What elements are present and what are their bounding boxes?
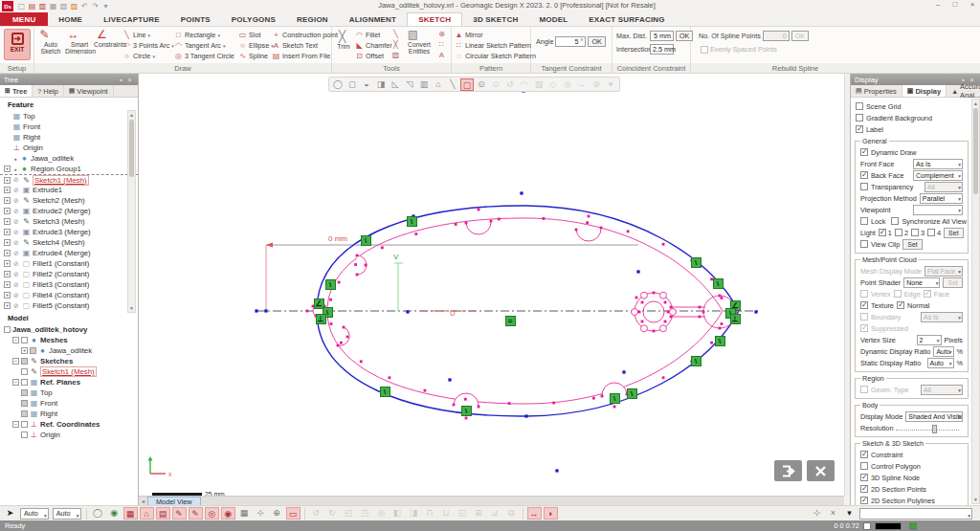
visibility-checkbox[interactable] [4, 326, 11, 333]
fillet-button[interactable]: ◠Fillet [355, 30, 392, 40]
spline-point[interactable] [552, 402, 555, 405]
max-dist-input[interactable]: 5 mm [650, 31, 674, 41]
import-icon[interactable]: ▧ [58, 1, 69, 11]
spline-point[interactable] [592, 397, 595, 400]
visibility-checkbox[interactable] [21, 431, 28, 438]
collapse-icon[interactable]: − [12, 337, 19, 343]
color-swatch-white[interactable] [863, 522, 871, 530]
home-view-icon[interactable]: ⌂ [140, 507, 154, 520]
light-4-checkbox[interactable] [927, 229, 935, 236]
spline-point[interactable] [662, 376, 665, 379]
spline-point[interactable] [478, 406, 480, 409]
tree-item-jawa-odlitek[interactable]: +●Jawa_odlitek [0, 345, 138, 356]
vertex-size-select[interactable]: 2 [917, 335, 942, 345]
hidden-eye-icon[interactable]: ⊘ [12, 302, 20, 310]
expand-icon[interactable]: + [4, 187, 11, 193]
expand-icon[interactable]: + [21, 347, 28, 354]
arc-overlay-icon[interactable]: ◠ [518, 78, 531, 91]
spline-point[interactable] [601, 395, 604, 398]
menu-tab-3d-sketch[interactable]: 3D SKETCH [462, 12, 528, 26]
viewpoint-select[interactable] [913, 205, 963, 215]
light-1-checkbox[interactable] [879, 229, 886, 236]
sketch-point[interactable] [406, 310, 409, 313]
lock-checkbox[interactable] [860, 217, 868, 225]
point-shader-select[interactable]: None [903, 277, 940, 288]
transparency-select[interactable]: All [924, 182, 963, 192]
spline-point[interactable] [464, 398, 467, 401]
bounding-box-icon[interactable]: ◨ [374, 78, 388, 91]
spline-point[interactable] [667, 311, 670, 314]
note-options-icon[interactable]: ▾ [842, 507, 857, 520]
spline-point[interactable] [627, 230, 630, 232]
menu-tab-polygons[interactable]: POLYGONS [221, 12, 286, 26]
expand-icon[interactable]: + [4, 250, 11, 256]
tree-item-origin[interactable]: ⊥Origin [0, 143, 138, 153]
profile-notch[interactable] [466, 221, 491, 234]
view-iso-icon[interactable]: ◱ [456, 507, 470, 520]
circular-sketch-pattern-button[interactable]: ◌Circular Sketch Pattern [455, 51, 536, 61]
spline-point[interactable] [543, 217, 546, 220]
expand-icon[interactable]: + [4, 218, 11, 225]
boundary-select[interactable]: As Is [921, 312, 963, 322]
hidden-eye-icon[interactable]: ⊘ [12, 208, 20, 215]
spline-point[interactable] [424, 389, 427, 392]
zoom-area-icon[interactable]: ◎ [374, 507, 389, 520]
vertex-checkbox[interactable] [860, 290, 868, 298]
sketch-point[interactable] [555, 469, 558, 472]
constraint-badge-tangent[interactable]: \ [610, 393, 620, 404]
tree-item-origin[interactable]: ⊥Origin [0, 430, 138, 440]
spline-point[interactable] [670, 306, 673, 309]
gear-bump[interactable] [660, 292, 667, 299]
dynamic-ratio-select[interactable]: Auto [933, 346, 953, 357]
boundary-checkbox[interactable] [860, 313, 868, 321]
undo-view-icon[interactable]: ↺ [503, 78, 517, 91]
expand-icon[interactable]: + [4, 302, 11, 309]
view-clip-set-button[interactable]: Set [902, 239, 923, 250]
normal-to-view-icon[interactable]: ⊿ [488, 507, 502, 520]
display-panel-scrollbar[interactable]: ▲ ▼ [971, 99, 980, 504]
menu-tab-home[interactable]: HOME [48, 12, 93, 26]
grid-display-icon[interactable]: ▦ [237, 507, 252, 520]
visibility-checkbox[interactable] [21, 368, 28, 375]
sketch-option-3d-spline-node-checkbox[interactable] [860, 474, 868, 481]
angle-input[interactable]: 5 ° [555, 36, 586, 47]
face-checkbox[interactable] [924, 290, 931, 298]
sketch-point[interactable] [255, 309, 257, 312]
back-face-checkbox[interactable] [860, 171, 868, 179]
projection-method-select[interactable]: Parallel [920, 193, 963, 204]
tab-properties[interactable]: ▤Properties [851, 85, 902, 97]
spline-point[interactable] [653, 330, 656, 333]
orbit-view-icon[interactable]: ◯ [91, 507, 105, 520]
edge-checkbox[interactable] [894, 290, 902, 298]
sketch-option-constraint-checkbox[interactable] [860, 451, 868, 458]
redo-icon[interactable]: ↷ [90, 1, 100, 11]
collapse-icon[interactable]: − [12, 358, 19, 365]
point-snap-icon[interactable]: ⊙ [489, 78, 502, 91]
sketch-point[interactable] [524, 414, 527, 417]
feature-tree-scrollbar[interactable]: ▲ ▼ [127, 110, 136, 313]
line-button[interactable]: ╲Line▾ [122, 30, 174, 40]
spline-point[interactable] [613, 406, 616, 409]
spline-button[interactable]: ∿Spline [238, 51, 274, 61]
dynamic-draw-checkbox[interactable] [860, 148, 868, 156]
synchronize-checkbox[interactable] [891, 217, 899, 225]
tree-item-top[interactable]: ▦Top [0, 387, 138, 398]
expand-icon[interactable]: + [4, 229, 11, 235]
hidden-eye-icon[interactable]: ⊘ [12, 197, 20, 205]
menu-tab-livecapture[interactable]: LIVECAPTURE [93, 12, 170, 26]
tree-item-jawa-odlitek[interactable]: ●●Jawa_odlitek [0, 153, 138, 164]
tree-item-front[interactable]: ▦Front [0, 122, 138, 132]
visibility-checkbox[interactable] [21, 379, 28, 386]
minimize-button[interactable]: – [932, 0, 944, 9]
tree-item-fillet5-constant[interactable]: +⊘▢Fillet5 (Constant) [0, 300, 138, 311]
close-button[interactable]: × [967, 0, 978, 9]
light-set-button[interactable]: Set [944, 228, 964, 238]
tree-item-sketch2-mesh[interactable]: +⊘✎Sketch2 (Mesh) [0, 195, 138, 206]
split-entity-icon[interactable]: ╳ [390, 40, 402, 51]
tree-item-extrude2-merge[interactable]: +⊘▣Extrude2 (Merge) [0, 206, 138, 216]
hidden-eye-icon[interactable]: ⊘ [12, 187, 20, 194]
insert-from-file-button[interactable]: ▤Insert From File [272, 51, 338, 61]
spline-point[interactable] [638, 311, 641, 314]
gear-inner-circle[interactable] [643, 301, 664, 322]
view-right-icon[interactable]: ◨ [407, 507, 421, 520]
